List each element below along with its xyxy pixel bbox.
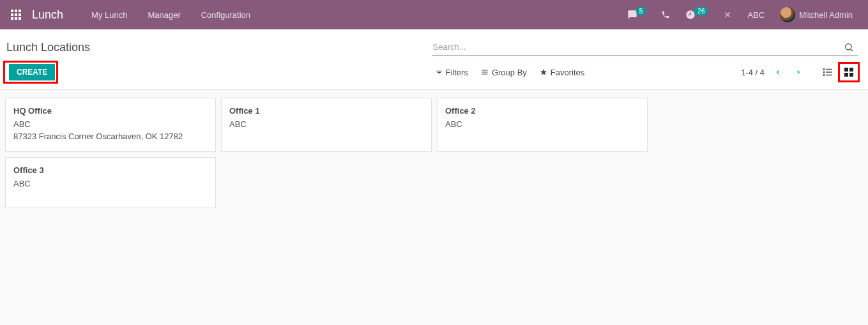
apps-icon[interactable] <box>10 9 22 20</box>
svg-rect-1 <box>15 10 17 12</box>
kanban-view: HQ Office ABC 87323 Francis Corner Oscar… <box>0 90 868 216</box>
control-panel: Lunch Locations Create Filte <box>0 29 868 90</box>
svg-point-17 <box>823 69 825 70</box>
card-company: ABC <box>445 119 639 129</box>
svg-rect-2 <box>19 10 21 12</box>
card-address: 87323 Francis Corner Oscarhaven, OK 1278… <box>13 132 208 141</box>
svg-rect-7 <box>15 17 17 20</box>
user-name: Mitchell Admin <box>799 10 853 20</box>
svg-rect-4 <box>15 13 17 16</box>
nav-my-lunch[interactable]: My Lunch <box>84 10 135 20</box>
svg-point-18 <box>823 72 825 73</box>
filter-icon <box>436 69 443 76</box>
activity-menu[interactable]: 26 <box>685 10 708 20</box>
svg-rect-6 <box>11 17 13 20</box>
kanban-card[interactable]: Office 3 ABC <box>5 157 216 208</box>
svg-rect-8 <box>19 17 21 20</box>
star-icon <box>540 68 547 76</box>
card-company: ABC <box>229 119 423 129</box>
pager-text[interactable]: 1-4 / 4 <box>741 68 765 77</box>
kanban-card[interactable]: Office 1 ABC <box>221 98 432 152</box>
search-container <box>432 38 858 56</box>
nav-manager[interactable]: Manager <box>140 10 188 20</box>
brand-title[interactable]: Lunch <box>32 8 63 22</box>
group-by-dropdown[interactable]: Group By <box>481 68 527 77</box>
filters-dropdown[interactable]: Filters <box>436 68 468 77</box>
company-switcher[interactable]: ABC <box>747 10 765 20</box>
view-list-button[interactable] <box>819 64 836 80</box>
svg-rect-22 <box>844 73 848 77</box>
svg-rect-20 <box>844 68 848 72</box>
filters-label: Filters <box>446 68 468 77</box>
svg-point-19 <box>823 75 825 76</box>
view-kanban-button[interactable] <box>840 64 858 80</box>
activity-badge: 26 <box>694 7 708 15</box>
page-title: Lunch Locations <box>6 41 90 54</box>
pager-next[interactable] <box>791 65 805 79</box>
nav-configuration[interactable]: Configuration <box>194 10 258 20</box>
svg-rect-23 <box>849 73 853 77</box>
kanban-card[interactable]: Office 2 ABC <box>437 98 648 152</box>
card-title: Office 2 <box>445 106 639 116</box>
close-icon <box>723 10 732 19</box>
phone-menu[interactable] <box>661 10 670 19</box>
kanban-card[interactable]: HQ Office ABC 87323 Francis Corner Oscar… <box>5 98 216 152</box>
card-company: ABC <box>13 179 208 188</box>
create-button[interactable]: Create <box>9 64 55 80</box>
avatar <box>780 7 795 22</box>
tools-menu[interactable] <box>723 10 732 19</box>
pager-prev[interactable] <box>771 65 785 79</box>
phone-icon <box>661 10 670 19</box>
card-company: ABC <box>13 119 208 129</box>
kanban-icon <box>844 67 854 77</box>
card-title: HQ Office <box>13 106 208 116</box>
svg-point-9 <box>846 43 851 49</box>
messages-badge: 5 <box>636 7 646 15</box>
svg-rect-3 <box>11 13 13 16</box>
svg-line-10 <box>851 49 853 51</box>
svg-rect-21 <box>849 68 853 72</box>
card-title: Office 1 <box>229 106 423 116</box>
card-title: Office 3 <box>13 165 208 175</box>
navbar: Lunch My Lunch Manager Configuration 5 2… <box>0 0 868 29</box>
search-icon[interactable] <box>840 41 858 54</box>
favorites-dropdown[interactable]: Favorites <box>540 68 584 77</box>
favorites-label: Favorites <box>551 68 584 77</box>
svg-rect-5 <box>19 13 21 16</box>
messaging-menu[interactable]: 5 <box>627 10 646 20</box>
group-by-icon <box>481 68 489 76</box>
user-menu[interactable]: Mitchell Admin <box>780 7 853 22</box>
group-by-label: Group By <box>492 68 527 77</box>
search-input[interactable] <box>432 40 841 54</box>
list-icon <box>822 66 834 78</box>
svg-rect-0 <box>11 10 13 12</box>
